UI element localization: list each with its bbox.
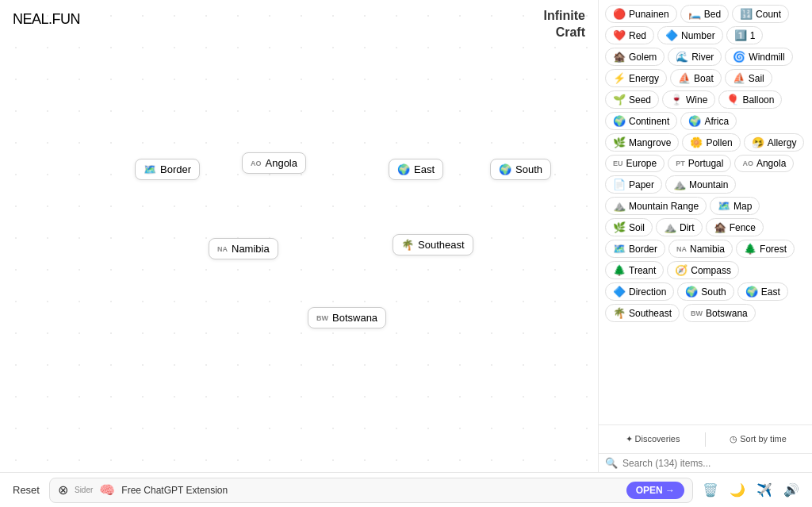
node-southeast[interactable]: 🌴Southeast	[393, 234, 473, 255]
node-label-angola: Angola	[266, 157, 297, 169]
sidebar-item-29[interactable]: 🏚️Fence	[706, 218, 764, 236]
chip-icon-24: ⛰️	[673, 179, 686, 190]
node-icon-southeast: 🌴	[401, 239, 414, 251]
sidebar-item-4[interactable]: 🔷Number	[657, 26, 723, 44]
node-south[interactable]: 🌍South	[490, 159, 551, 180]
node-east[interactable]: 🌍East	[389, 159, 443, 180]
sidebar-item-32[interactable]: 🌲Forest	[736, 240, 795, 258]
sidebar-item-18[interactable]: 🌼Pollen	[682, 133, 740, 152]
chip-icon-15: 🌍	[613, 115, 626, 127]
ad-banner: ⊗ Sider 🧠 Free ChatGPT Extension OPEN →	[49, 478, 693, 503]
chip-label-36: South	[701, 286, 726, 298]
chip-icon-27: 🌿	[613, 221, 626, 233]
chip-label-7: River	[691, 52, 714, 63]
sidebar-item-3[interactable]: ❤️Red	[605, 26, 654, 44]
search-row: 🔍	[599, 453, 812, 472]
chip-label-15: Continent	[629, 116, 669, 127]
sidebar-item-2[interactable]: 🔢Count	[732, 5, 789, 23]
chip-label-30: Border	[629, 244, 657, 255]
node-label-botswana: Botswana	[332, 312, 377, 324]
ad-sider-label: Sider	[75, 486, 93, 494]
open-button[interactable]: OPEN →	[626, 482, 684, 499]
sidebar-item-13[interactable]: 🍷Wine	[662, 90, 715, 109]
chip-label-29: Fence	[730, 222, 756, 233]
chip-label-0: Punainen	[629, 9, 669, 20]
chip-label-2: Count	[756, 9, 781, 20]
node-label-south: South	[515, 163, 542, 175]
node-icon-border: 🗺️	[144, 163, 156, 175]
node-flag-namibia: NA	[217, 245, 228, 253]
chip-label-37: East	[761, 286, 780, 298]
sidebar-item-17[interactable]: 🌿Mangrove	[605, 133, 679, 152]
chip-label-23: Paper	[629, 179, 654, 190]
chip-flag-21: PT	[676, 159, 685, 167]
share-icon[interactable]: ✈️	[756, 482, 772, 497]
chip-icon-16: 🌍	[688, 115, 701, 127]
sidebar-item-14[interactable]: 🎈Balloon	[718, 90, 782, 109]
chip-label-24: Mountain	[689, 179, 728, 190]
sidebar-item-24[interactable]: ⛰️Mountain	[665, 175, 736, 194]
sidebar-item-8[interactable]: 🌀Windmill	[725, 48, 792, 66]
sidebar-item-11[interactable]: ⛵Sail	[725, 69, 772, 87]
chip-label-5: 1	[750, 30, 756, 41]
ad-text: Free ChatGPT Extension	[121, 485, 619, 496]
sidebar-item-37[interactable]: 🌍East	[737, 282, 788, 301]
sort-button[interactable]: ◷ Sort by time	[707, 431, 809, 447]
chip-icon-2: 🔢	[740, 8, 753, 20]
sidebar-item-7[interactable]: 🌊River	[668, 48, 722, 66]
chip-label-38: Southeast	[629, 308, 672, 319]
node-angola[interactable]: AOAngola	[242, 152, 306, 174]
node-namibia[interactable]: NANamibia	[209, 238, 278, 259]
sidebar-item-9[interactable]: ⚡Energy	[605, 69, 667, 87]
sidebar-item-15[interactable]: 🌍Continent	[605, 112, 677, 130]
sidebar-item-28[interactable]: ⛰️Dirt	[656, 218, 703, 236]
sidebar-item-36[interactable]: 🌍South	[677, 282, 733, 301]
chip-icon-30: 🗺️	[613, 243, 626, 255]
chip-flag-31: NA	[676, 245, 687, 253]
canvas[interactable]: NEAL.FUN Infinite Craft	[0, 0, 598, 472]
sidebar-item-19[interactable]: 🤧Allergy	[744, 133, 805, 152]
sidebar-item-23[interactable]: 📄Paper	[605, 175, 662, 194]
ad-icon: ⊗	[58, 482, 68, 497]
chip-icon-13: 🍷	[670, 94, 683, 106]
sidebar-item-1[interactable]: 🛏️Bed	[680, 5, 729, 23]
sidebar-item-38[interactable]: 🌴Southeast	[605, 304, 680, 322]
sidebar-item-12[interactable]: 🌱Seed	[605, 90, 659, 109]
node-flag-botswana: BW	[316, 314, 328, 322]
trash-icon[interactable]: 🗑️	[703, 482, 718, 497]
sound-icon[interactable]: 🔊	[783, 482, 799, 497]
node-border[interactable]: 🗺️Border	[135, 159, 200, 180]
node-botswana[interactable]: BWBotswana	[308, 307, 386, 328]
moon-icon[interactable]: 🌙	[730, 482, 745, 497]
sidebar-item-30[interactable]: 🗺️Border	[605, 240, 665, 258]
chip-icon-33: 🌲	[613, 264, 626, 276]
sidebar-item-6[interactable]: 🏚️Golem	[605, 48, 665, 66]
sidebar-item-26[interactable]: 🗺️Map	[710, 197, 760, 215]
reset-button[interactable]: Reset	[13, 484, 40, 496]
chip-icon-4: 🔷	[665, 29, 678, 41]
sidebar-item-34[interactable]: 🧭Compass	[667, 261, 739, 279]
node-label-southeast: Southeast	[418, 239, 465, 251]
sidebar-item-20[interactable]: EUEurope	[605, 155, 665, 172]
chip-label-11: Sail	[749, 73, 764, 84]
sidebar-item-21[interactable]: PTPortugal	[668, 155, 731, 172]
sidebar-item-35[interactable]: 🔷Direction	[605, 282, 674, 301]
sidebar-item-39[interactable]: BWBotswana	[683, 304, 756, 322]
chip-icon-37: 🌍	[745, 286, 758, 298]
sidebar-item-27[interactable]: 🌿Soil	[605, 218, 653, 236]
chip-icon-23: 📄	[613, 179, 626, 190]
chip-icon-17: 🌿	[613, 136, 626, 148]
chip-icon-12: 🌱	[613, 94, 626, 106]
sidebar-item-33[interactable]: 🌲Treant	[605, 261, 664, 279]
sidebar-item-31[interactable]: NANamibia	[668, 240, 733, 258]
discoveries-button[interactable]: ✦ Discoveries	[602, 431, 703, 447]
search-input[interactable]	[622, 458, 806, 469]
chip-label-35: Direction	[629, 286, 666, 298]
chip-icon-6: 🏚️	[613, 51, 626, 63]
sidebar-item-10[interactable]: ⛵Boat	[670, 69, 722, 87]
sidebar-item-16[interactable]: 🌍Africa	[680, 112, 737, 130]
sidebar-item-25[interactable]: ⛰️Mountain Range	[605, 197, 707, 215]
sidebar-item-0[interactable]: 🔴Punainen	[605, 5, 677, 23]
sidebar-item-5[interactable]: 1️⃣1	[726, 26, 764, 44]
sidebar-item-22[interactable]: AOAngola	[734, 155, 794, 172]
